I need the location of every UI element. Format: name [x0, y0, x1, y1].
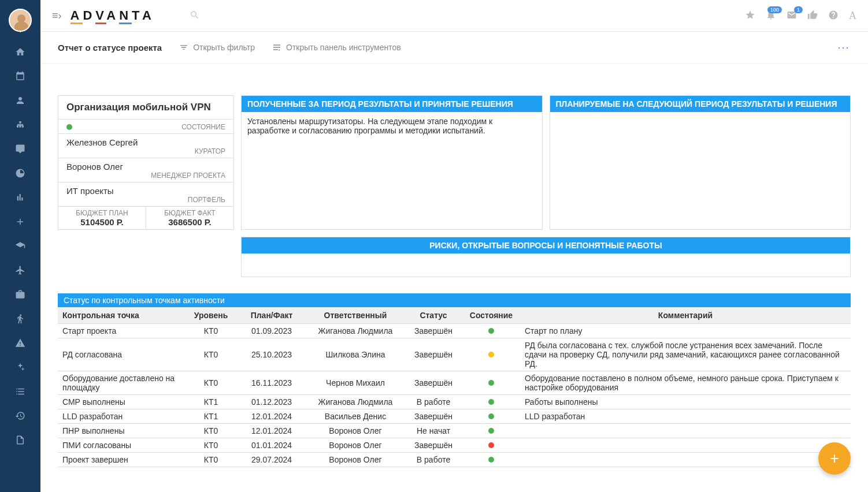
- column-header: Ответственный: [306, 307, 405, 324]
- sidebar: ⌄: [0, 0, 40, 492]
- state-dot: [488, 442, 494, 448]
- column-header: Состояние: [462, 307, 520, 324]
- planned-panel: ПЛАНИРУЕМЫЕ НА СЛЕДУЮЩИЙ ПЕРИОД РЕЗУЛЬТА…: [550, 95, 851, 230]
- briefcase-icon[interactable]: [14, 289, 26, 300]
- table-row[interactable]: СМР выполненыКТ101.12.2023Жиганова Людми…: [58, 395, 851, 409]
- milestones-section: Статус по контрольным точкам активности …: [58, 293, 851, 467]
- home-icon[interactable]: [14, 46, 26, 58]
- results-panel: ПОЛУЧЕННЫЕ ЗА ПЕРИОД РЕЗУЛЬТАТЫ И ПРИНЯТ…: [241, 95, 543, 230]
- table-row[interactable]: ПНР выполненыКТ012.01.2024Воронов ОлегНе…: [58, 424, 851, 438]
- project-info-card: Организация мобильной VPN СОСТОЯНИЕ Желе…: [58, 95, 234, 230]
- hierarchy-icon[interactable]: [14, 119, 26, 131]
- svg-rect-2: [20, 126, 21, 128]
- chat-icon[interactable]: [14, 143, 26, 155]
- more-icon[interactable]: ⋮: [837, 42, 851, 53]
- open-filter-button[interactable]: Открыть фильтр: [179, 43, 255, 52]
- toolbar: Отчет о статусе проекта Открыть фильтр О…: [40, 32, 868, 64]
- sparkle-icon[interactable]: [14, 361, 26, 373]
- pie-chart-icon[interactable]: [14, 167, 26, 179]
- state-dot: [488, 328, 494, 334]
- user-icon[interactable]: [14, 95, 26, 106]
- topbar: ≡› ADVANTA 100 1 A: [40, 0, 868, 32]
- bell-icon[interactable]: 100: [766, 10, 776, 22]
- graduation-icon[interactable]: [14, 240, 26, 252]
- open-tools-button[interactable]: Открыть панель инструментов: [272, 43, 401, 52]
- table-row[interactable]: РД согласованаКТ025.10.2023Шилкова Элина…: [58, 338, 851, 371]
- column-header: План/Факт: [237, 307, 306, 324]
- star-icon[interactable]: [745, 10, 755, 22]
- table-row[interactable]: Оборудование доставлено на площадкуКТ016…: [58, 371, 851, 395]
- mail-icon[interactable]: 1: [787, 10, 797, 22]
- table-row[interactable]: ПМИ согласованыКТ001.01.2024Воронов Олег…: [58, 438, 851, 453]
- user-avatar[interactable]: ⌄: [9, 9, 32, 33]
- document-icon[interactable]: [14, 434, 26, 446]
- state-dot: [488, 457, 494, 463]
- calendar-icon[interactable]: [14, 70, 26, 82]
- checklist-icon[interactable]: [14, 386, 26, 397]
- report-content: Организация мобильной VPN СОСТОЯНИЕ Желе…: [40, 64, 868, 492]
- font-icon[interactable]: A: [849, 10, 856, 22]
- table-row[interactable]: Старт проектаКТ001.09.2023Жиганова Людми…: [58, 324, 851, 338]
- walk-icon[interactable]: [14, 313, 26, 325]
- table-row[interactable]: Проект завершенКТ029.07.2024Воронов Олег…: [58, 453, 851, 467]
- milestones-table: Контрольная точкаУровеньПлан/ФактОтветст…: [58, 307, 851, 467]
- column-header: Уровень: [185, 307, 237, 324]
- column-header: Статус: [405, 307, 462, 324]
- column-header: Контрольная точка: [58, 307, 185, 324]
- page-title: Отчет о статусе проекта: [58, 43, 162, 53]
- svg-rect-0: [20, 121, 21, 123]
- state-dot: [488, 399, 494, 405]
- table-row[interactable]: LLD разработанКТ112.01.2024Васильев Дени…: [58, 409, 851, 424]
- state-dot: [488, 352, 494, 357]
- svg-rect-3: [22, 126, 24, 128]
- history-icon[interactable]: [14, 410, 26, 422]
- project-name: Организация мобильной VPN: [58, 96, 233, 120]
- warning-icon[interactable]: [14, 337, 26, 349]
- plus-icon[interactable]: [14, 216, 26, 228]
- menu-toggle-icon[interactable]: ≡›: [52, 10, 62, 22]
- plane-icon[interactable]: [14, 264, 26, 276]
- state-dot: [488, 413, 494, 419]
- search-icon[interactable]: [190, 10, 200, 22]
- thumbs-up-icon[interactable]: [807, 10, 818, 22]
- help-icon[interactable]: [828, 10, 839, 22]
- state-dot: [488, 380, 494, 386]
- state-dot: [488, 428, 494, 434]
- main-content: ≡› ADVANTA 100 1 A Отчет о статусе проек…: [40, 0, 868, 492]
- bar-chart-icon[interactable]: [14, 192, 26, 203]
- add-fab-button[interactable]: +: [818, 442, 851, 475]
- status-dot: [66, 124, 72, 130]
- risks-panel: РИСКИ, ОТКРЫТЫЕ ВОПРОСЫ И НЕПОНЯТНЫЕ РАБ…: [241, 237, 851, 277]
- svg-rect-1: [17, 126, 18, 128]
- column-header: Комментарий: [520, 307, 851, 324]
- logo[interactable]: ADVANTA: [71, 8, 155, 23]
